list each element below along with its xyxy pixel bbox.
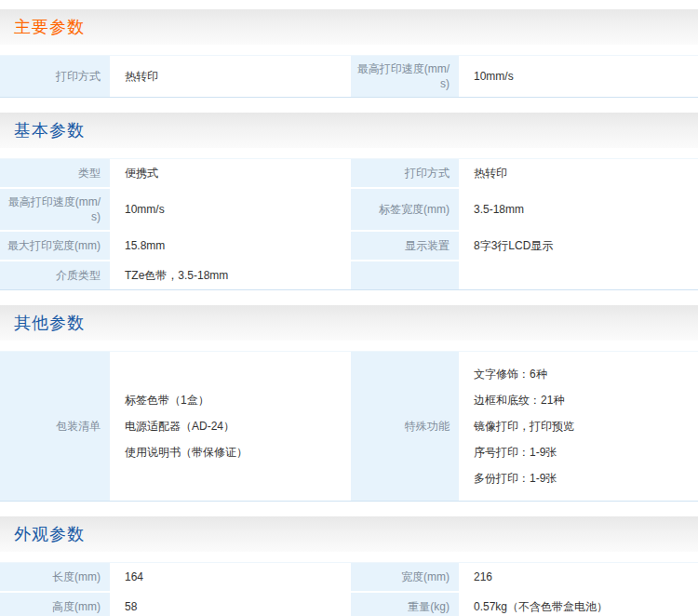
spec-value: 0.57kg（不含色带盒电池）	[462, 593, 698, 616]
spec-table: 长度(mm) 164 宽度(mm) 216 高度(mm) 58 重量(kg) 0…	[0, 562, 698, 616]
section-title: 主要参数	[0, 9, 698, 45]
table-row: 最高打印速度(mm/s) 10mm/s 标签宽度(mm) 3.5-18mm	[0, 189, 698, 230]
spec-value: 10mm/s	[113, 189, 348, 230]
section-basic-params: 基本参数 类型 便携式 打印方式 热转印 最高打印速度(mm/s) 10mm/s…	[0, 113, 698, 290]
spec-value: 热转印	[462, 159, 698, 187]
spec-label	[351, 261, 459, 289]
spec-value-line: 标签色带（1盒）	[125, 387, 209, 413]
spec-value: 8字3行LCD显示	[462, 232, 698, 260]
spec-page: 主要参数 打印方式 热转印 最高打印速度(mm/s) 10mm/s 基本参数 类…	[0, 0, 698, 616]
spec-value-line: 镜像打印，打印预览	[474, 413, 574, 439]
spec-table: 打印方式 热转印 最高打印速度(mm/s) 10mm/s	[0, 55, 698, 98]
spec-label: 最大打印宽度(mm)	[0, 232, 110, 260]
spec-table: 包装清单 标签色带（1盒） 电源适配器（AD-24） 使用说明书（带保修证） 特…	[0, 351, 698, 502]
spec-label: 宽度(mm)	[351, 563, 459, 591]
section-appearance-params: 外观参数 长度(mm) 164 宽度(mm) 216 高度(mm) 58 重量(…	[0, 516, 698, 616]
spec-label: 打印方式	[0, 56, 110, 97]
spec-label: 显示装置	[351, 232, 459, 260]
spec-value: 热转印	[113, 56, 348, 97]
spec-table: 类型 便携式 打印方式 热转印 最高打印速度(mm/s) 10mm/s 标签宽度…	[0, 158, 698, 290]
spec-label: 介质类型	[0, 261, 110, 289]
table-row: 介质类型 TZe色带，3.5-18mm	[0, 261, 698, 289]
table-row: 包装清单 标签色带（1盒） 电源适配器（AD-24） 使用说明书（带保修证） 特…	[0, 352, 698, 501]
spec-label: 高度(mm)	[0, 593, 110, 616]
table-row: 类型 便携式 打印方式 热转印	[0, 159, 698, 187]
table-row: 最大打印宽度(mm) 15.8mm 显示装置 8字3行LCD显示	[0, 232, 698, 260]
spec-value: TZe色带，3.5-18mm	[113, 261, 348, 289]
spec-value: 标签色带（1盒） 电源适配器（AD-24） 使用说明书（带保修证）	[113, 352, 348, 501]
spec-value: 164	[113, 563, 348, 591]
spec-value-line: 多份打印：1-9张	[474, 465, 557, 491]
spec-value-line: 序号打印：1-9张	[474, 439, 557, 465]
spec-label: 标签宽度(mm)	[351, 189, 459, 230]
table-row: 高度(mm) 58 重量(kg) 0.57kg（不含色带盒电池）	[0, 593, 698, 616]
spec-label: 重量(kg)	[351, 593, 459, 616]
section-main-params: 主要参数 打印方式 热转印 最高打印速度(mm/s) 10mm/s	[0, 9, 698, 98]
section-title: 基本参数	[0, 113, 698, 148]
spec-label: 打印方式	[351, 159, 459, 187]
spec-label: 类型	[0, 159, 110, 187]
spec-value-line: 电源适配器（AD-24）	[125, 413, 235, 439]
spec-value-line: 文字修饰：6种	[474, 361, 547, 387]
table-row: 长度(mm) 164 宽度(mm) 216	[0, 563, 698, 591]
spec-value	[462, 261, 698, 289]
spec-value-line: 边框和底纹：21种	[474, 387, 564, 413]
spec-value: 216	[462, 563, 698, 591]
spec-value: 58	[113, 593, 348, 616]
section-title: 其他参数	[0, 305, 698, 341]
spec-label: 包装清单	[0, 352, 110, 501]
section-other-params: 其他参数 包装清单 标签色带（1盒） 电源适配器（AD-24） 使用说明书（带保…	[0, 305, 698, 502]
spec-label: 特殊功能	[351, 352, 459, 501]
spec-label: 长度(mm)	[0, 563, 110, 591]
table-row: 打印方式 热转印 最高打印速度(mm/s) 10mm/s	[0, 56, 698, 97]
spec-value: 文字修饰：6种 边框和底纹：21种 镜像打印，打印预览 序号打印：1-9张 多份…	[462, 352, 698, 501]
spec-value: 15.8mm	[113, 232, 348, 260]
spec-label: 最高打印速度(mm/s)	[0, 189, 110, 230]
spec-value: 便携式	[113, 159, 348, 187]
spec-value-line: 使用说明书（带保修证）	[125, 439, 248, 465]
spec-label: 最高打印速度(mm/s)	[351, 56, 459, 97]
spec-value: 3.5-18mm	[462, 189, 698, 230]
section-title: 外观参数	[0, 516, 698, 552]
spec-value: 10mm/s	[462, 56, 698, 97]
